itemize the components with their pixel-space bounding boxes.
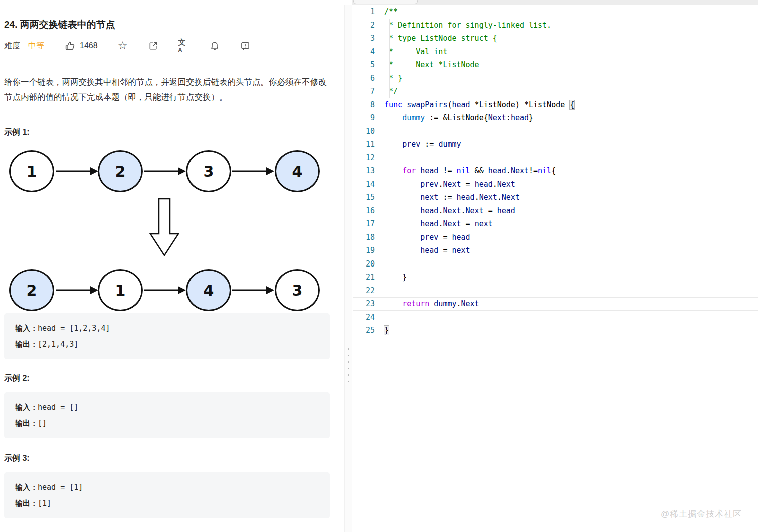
code-line[interactable]: 23 return dummy.Next	[353, 297, 758, 311]
feedback-button[interactable]	[240, 40, 251, 51]
line-number: 6	[353, 74, 375, 83]
watermark: @稀土掘金技术社区	[661, 508, 742, 520]
line-number: 20	[353, 259, 375, 269]
translate-button[interactable]: 文A	[178, 40, 189, 51]
line-number: 5	[353, 60, 375, 69]
line-number: 25	[353, 326, 375, 335]
example-input-line: 输入：head = [1]	[15, 479, 319, 495]
translate-icon: 文A	[178, 39, 189, 53]
list-node: 4	[186, 269, 231, 311]
indent-guide	[389, 19, 390, 32]
down-arrow-icon	[150, 199, 178, 255]
code-line[interactable]: 16 head.Next.Next = head	[353, 204, 758, 218]
list-node: 4	[275, 150, 320, 192]
code-line[interactable]: 18 prev = head	[353, 231, 758, 244]
code-line[interactable]: 24	[353, 311, 758, 324]
code-line[interactable]: 11 prev := dummy	[353, 138, 758, 151]
line-number: 7	[353, 87, 375, 96]
indent-guide	[408, 257, 408, 271]
code-line[interactable]: 2 * Definition for singly-linked list.	[353, 19, 758, 32]
indent-guide	[389, 45, 390, 59]
code-line[interactable]: 21 }	[353, 271, 758, 284]
example-3-box: 输入：head = [1] 输出：[1]	[4, 472, 330, 518]
code-line[interactable]: 6 * }	[353, 72, 758, 85]
code-text: prev.Next = head.Next	[384, 180, 515, 189]
code-line[interactable]: 14 prev.Next = head.Next	[353, 178, 758, 191]
line-number: 21	[353, 273, 375, 282]
code-line[interactable]: 8func swapPairs(head *ListNode) *ListNod…	[353, 98, 758, 112]
code-text: head.Next = next	[384, 219, 493, 228]
resize-handle-icon[interactable]	[345, 346, 352, 385]
code-text: for head != nil && head.Next!=nil{	[384, 166, 556, 175]
indent-guide	[408, 204, 408, 218]
line-number: 8	[353, 100, 375, 109]
like-button[interactable]: 1468	[64, 40, 98, 51]
code-text: dummy := &ListNode{Next:head}	[384, 113, 533, 122]
bell-icon	[210, 41, 220, 51]
code-text: return dummy.Next	[384, 299, 479, 308]
favorite-button[interactable]: ☆	[117, 40, 128, 51]
difficulty-badge: 中等	[28, 41, 44, 51]
code-line[interactable]: 19 head = next	[353, 244, 758, 257]
code-line[interactable]: 22	[353, 284, 758, 298]
code-line[interactable]: 13 for head != nil && head.Next!=nil{	[353, 164, 758, 178]
code-line[interactable]: 25}	[353, 324, 758, 337]
code-line[interactable]: 20	[353, 257, 758, 271]
example-2-heading: 示例 2:	[4, 373, 344, 384]
indent-guide	[389, 32, 390, 45]
indent-guide	[408, 191, 408, 204]
tab-remnant	[353, 0, 418, 4]
code-text: prev := dummy	[384, 140, 461, 149]
code-text: prev = head	[384, 233, 470, 242]
code-line[interactable]: 5 * Next *ListNode	[353, 58, 758, 72]
code-line[interactable]: 7 */	[353, 85, 758, 98]
linked-list-diagram: 1234 2143	[4, 145, 348, 313]
code-line[interactable]: 17 head.Next = next	[353, 217, 758, 231]
code-text: func swapPairs(head *ListNode) *ListNode…	[384, 100, 574, 109]
example-3-heading: 示例 3:	[4, 453, 344, 464]
line-number: 3	[353, 34, 375, 43]
line-number: 4	[353, 47, 375, 56]
line-number: 11	[353, 140, 375, 149]
indent-guide	[408, 244, 408, 257]
list-node: 3	[186, 150, 231, 192]
line-number: 1	[353, 7, 375, 16]
line-number: 18	[353, 233, 375, 242]
list-node: 2	[9, 269, 54, 311]
example-1-heading: 示例 1:	[4, 127, 344, 138]
line-number: 24	[353, 313, 375, 322]
code-line[interactable]: 1/**	[353, 5, 758, 19]
line-number: 16	[353, 206, 375, 215]
code-line[interactable]: 10	[353, 125, 758, 138]
line-number: 13	[353, 166, 375, 175]
problem-panel: 24. 两两交换链表中的节点 难度 中等 1468 ☆	[0, 0, 344, 532]
line-number: 9	[353, 113, 375, 122]
list-node: 1	[98, 269, 143, 311]
line-number: 15	[353, 193, 375, 202]
example-2-box: 输入：head = [] 输出：[]	[4, 392, 330, 438]
line-number: 19	[353, 246, 375, 255]
code-line[interactable]: 4 * Val int	[353, 45, 758, 59]
share-button[interactable]	[148, 40, 159, 51]
code-editor[interactable]: 1/**2 * Definition for singly-linked lis…	[353, 5, 758, 337]
share-icon	[148, 41, 158, 51]
example-input-line: 输入：head = []	[15, 399, 319, 415]
line-number: 23	[353, 299, 375, 308]
code-text: * }	[384, 74, 402, 83]
page-title: 24. 两两交换链表中的节点	[4, 18, 344, 31]
code-text: * Definition for singly-linked list.	[384, 21, 551, 30]
code-line[interactable]: 9 dummy := &ListNode{Next:head}	[353, 111, 758, 125]
code-line[interactable]: 12	[353, 151, 758, 165]
code-text: */	[384, 87, 398, 96]
notifications-button[interactable]	[209, 40, 220, 51]
example-output-line: 输出：[1]	[15, 495, 319, 511]
code-line[interactable]: 3 * type ListNode struct {	[353, 32, 758, 45]
code-text: /**	[384, 7, 398, 16]
code-lines: 1/**2 * Definition for singly-linked lis…	[353, 5, 758, 337]
code-text: head.Next.Next = head	[384, 206, 515, 215]
problem-description: 给你一个链表，两两交换其中相邻的节点，并返回交换后链表的头节点。你必须在不修改节…	[4, 74, 331, 104]
panel-resize-divider[interactable]	[344, 5, 352, 532]
code-text: * Val int	[384, 47, 447, 56]
code-line[interactable]: 15 next := head.Next.Next	[353, 191, 758, 204]
difficulty-label: 难度	[4, 41, 20, 51]
